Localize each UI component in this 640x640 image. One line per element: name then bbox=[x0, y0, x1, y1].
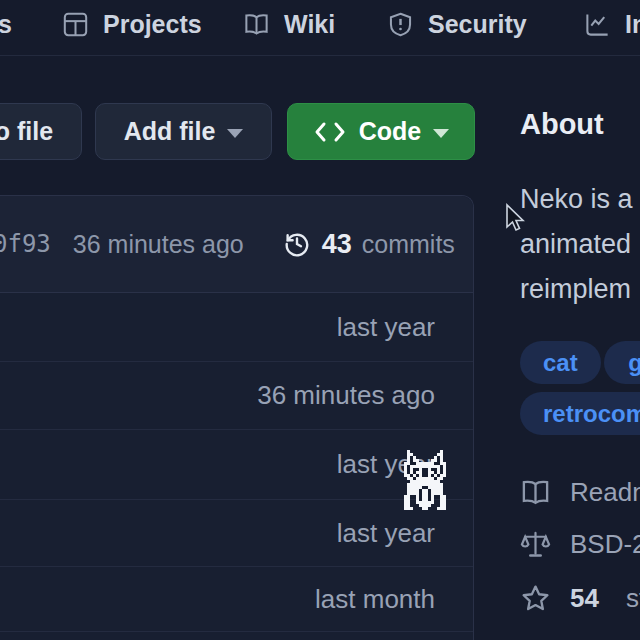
code-button[interactable]: Code bbox=[287, 103, 475, 160]
mouse-cursor-icon bbox=[503, 203, 525, 233]
chevron-down-icon bbox=[433, 129, 449, 138]
stars-link[interactable]: 54 sta bbox=[520, 583, 640, 614]
readme-link[interactable]: Readn bbox=[520, 477, 640, 508]
nav-tab-label: Projects bbox=[103, 10, 202, 39]
about-heading: About bbox=[520, 108, 604, 141]
file-row-timestamp: last year bbox=[337, 518, 435, 549]
code-icon bbox=[313, 120, 347, 144]
file-row[interactable]: last month bbox=[0, 567, 473, 632]
about-description-line: Neko is a bbox=[520, 184, 633, 215]
nav-tab-insights[interactable]: In bbox=[584, 4, 640, 44]
nav-tab-projects[interactable]: Projects bbox=[62, 4, 202, 44]
topic-tag-cat[interactable]: cat bbox=[520, 341, 601, 384]
shield-icon bbox=[387, 11, 414, 38]
code-button-label: Code bbox=[359, 117, 422, 146]
graph-icon bbox=[584, 11, 611, 38]
projects-table-icon bbox=[62, 11, 89, 38]
nav-tab-truncated[interactable]: s bbox=[0, 4, 12, 44]
topic-tag-retrocomputing[interactable]: retrocomp bbox=[520, 392, 640, 435]
star-count: 54 bbox=[570, 583, 599, 614]
chevron-down-icon bbox=[227, 129, 243, 138]
nav-tab-label: s bbox=[0, 10, 12, 39]
latest-commit-bar: 0f93 36 minutes ago 43 commits bbox=[0, 196, 473, 293]
commits-label: commits bbox=[362, 230, 455, 259]
law-scales-icon bbox=[520, 529, 551, 560]
nav-tab-label: Wiki bbox=[284, 10, 335, 39]
topic-label: go bbox=[628, 349, 640, 377]
nav-tab-security[interactable]: Security bbox=[387, 4, 527, 44]
commit-count: 43 bbox=[322, 229, 352, 260]
commit-history-link[interactable]: 43 commits bbox=[282, 229, 455, 260]
topic-label: cat bbox=[543, 349, 578, 377]
file-list-panel: 0f93 36 minutes ago 43 commits last year… bbox=[0, 195, 474, 640]
book-icon bbox=[520, 477, 551, 508]
github-repo-page: s Projects Wiki Security In bbox=[0, 0, 640, 640]
history-clock-icon bbox=[282, 229, 312, 259]
topic-label: retrocomp bbox=[543, 400, 640, 428]
file-row[interactable]: last year bbox=[0, 500, 473, 567]
file-row[interactable]: last year bbox=[0, 430, 473, 500]
readme-label: Readn bbox=[570, 477, 640, 508]
star-icon bbox=[520, 583, 551, 614]
file-row-timestamp: last year bbox=[337, 312, 435, 343]
nav-tab-wiki[interactable]: Wiki bbox=[243, 4, 335, 44]
about-description-line: reimplem bbox=[520, 274, 631, 305]
nav-tab-label: Security bbox=[428, 10, 527, 39]
repo-tab-bar: s Projects Wiki Security In bbox=[0, 0, 640, 56]
nav-tab-label: In bbox=[625, 10, 640, 39]
commit-hash-link[interactable]: 0f93 bbox=[0, 230, 51, 258]
add-file-label: Add file bbox=[124, 117, 216, 146]
topic-tag-go[interactable]: go bbox=[604, 341, 640, 384]
go-to-file-label: o file bbox=[0, 117, 53, 146]
add-file-button[interactable]: Add file bbox=[95, 103, 272, 160]
about-description-line: animated bbox=[520, 229, 631, 260]
book-icon bbox=[243, 11, 270, 38]
commit-time: 36 minutes ago bbox=[73, 230, 244, 259]
go-to-file-button[interactable]: o file bbox=[0, 103, 82, 160]
file-row[interactable]: 36 minutes ago bbox=[0, 362, 473, 430]
neko-cat-sprite bbox=[404, 450, 446, 510]
file-row-timestamp: last month bbox=[315, 584, 435, 615]
license-link[interactable]: BSD-2 bbox=[520, 529, 640, 560]
file-row[interactable]: last year bbox=[0, 293, 473, 362]
license-label: BSD-2 bbox=[570, 529, 640, 560]
stars-label: sta bbox=[626, 583, 640, 614]
neko-cat-pixels bbox=[404, 450, 407, 453]
file-row-timestamp: 36 minutes ago bbox=[257, 380, 435, 411]
